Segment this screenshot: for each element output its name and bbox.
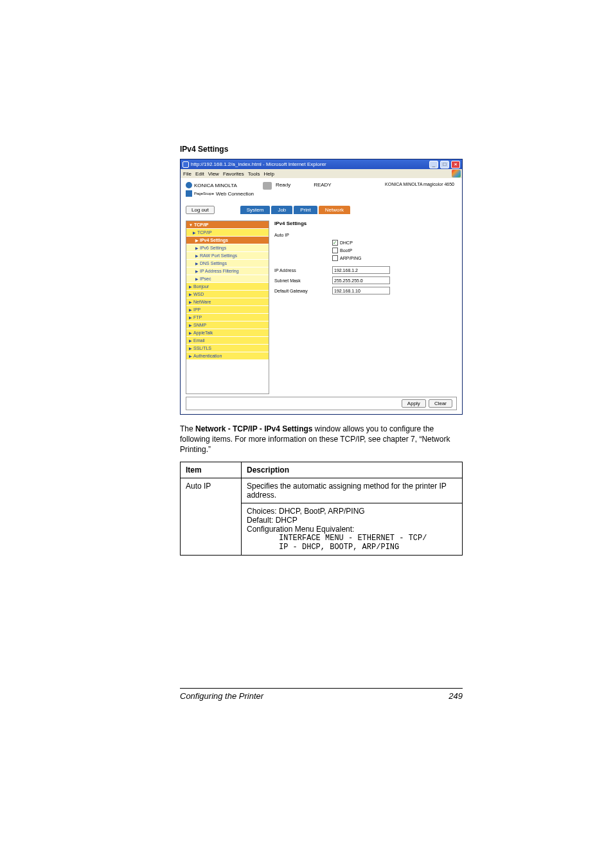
close-button[interactable]: × [451,161,460,168]
td-desc-autoip-2: Choices: DHCP, BootP, ARP/PING Default: … [242,503,463,555]
nav-authentication[interactable]: ▶Authentication [186,352,269,360]
nav-wsd[interactable]: ▶WSD [186,291,269,298]
section-heading: IPv4 Settings [180,145,463,154]
menubar: File Edit View Favorites Tools Help [181,169,462,178]
apply-button[interactable]: Apply [402,399,426,408]
maximize-button[interactable]: □ [440,161,449,168]
logout-button[interactable]: Log out [186,206,215,214]
web-connection-label: Web Connection [216,191,254,197]
window-titlebar: http://192.168.1.2/a_index.html - Micros… [181,159,462,169]
tab-print[interactable]: Print [294,206,317,214]
gateway-label: Default Gateway [274,289,332,293]
menu-edit[interactable]: Edit [195,171,204,177]
clear-button[interactable]: Clear [429,399,452,408]
nav-ipv6-settings[interactable]: ▶IPv6 Settings [186,244,269,252]
nav-bonjour[interactable]: ▶Bonjour [186,283,269,291]
menu-favorites[interactable]: Favorites [223,171,244,177]
pagescope-icon [186,190,192,197]
footer-title: Configuring the Printer [180,691,263,701]
th-description: Description [242,462,463,478]
th-item: Item [181,462,242,478]
menu-help[interactable]: Help [263,171,274,177]
brand-name: KONICA MINOLTA [194,183,237,188]
nav-snmp[interactable]: ▶SNMP [186,321,269,329]
nav-dns[interactable]: ▶DNS Settings [186,260,269,267]
nav-sidebar: ▼TCP/IP ▶TCP/IP ▶IPv4 Settings ▶IPv6 Set… [186,221,269,394]
checkbox-dhcp[interactable]: DHCP [332,240,457,246]
nav-ssltls[interactable]: ▶SSL/TLS [186,345,269,352]
subnet-input[interactable] [332,276,390,284]
nav-tcpip[interactable]: ▶TCP/IP [186,229,269,237]
tab-network[interactable]: Network [319,206,350,214]
settings-panel: IPv4 Settings Auto IP DHCP BootP ARP/PIN… [274,221,457,394]
body-paragraph: The Network - TCP/IP - IPv4 Settings win… [180,424,463,455]
nav-ipv4-settings[interactable]: ▶IPv4 Settings [186,237,269,244]
table-row: Auto IP Specifies the automatic assignin… [181,478,463,503]
ready-status: READY [314,182,332,188]
panel-title: IPv4 Settings [274,221,457,226]
nav-ftp[interactable]: ▶FTP [186,314,269,321]
pagescope-label: PageScope [194,192,214,195]
settings-table: Item Description Auto IP Specifies the a… [180,462,463,556]
footer-page-number: 249 [449,691,463,701]
nav-ipsec[interactable]: ▶IPsec [186,275,269,283]
nav-raw-port[interactable]: ▶RAW Port Settings [186,252,269,260]
button-footer: Apply Clear [186,397,457,410]
ie-icon [182,161,189,168]
checkbox-bootp[interactable]: BootP [332,248,457,253]
ipaddress-label: IP Address [274,268,332,273]
window-title: http://192.168.1.2/a_index.html - Micros… [191,161,427,167]
ready-label: Ready [276,182,290,188]
td-desc-autoip-1: Specifies the automatic assigning method… [242,478,463,503]
nav-ip-filtering[interactable]: ▶IP Address Filtering [186,267,269,275]
page-footer: Configuring the Printer 249 [180,688,463,701]
code-line-1: INTERFACE MENU - ETHERNET - TCP/ [247,534,457,543]
brand-logo-icon [186,182,192,188]
tab-job[interactable]: Job [271,206,292,214]
nav-netware[interactable]: ▶NetWare [186,298,269,306]
td-item-autoip: Auto IP [181,478,242,555]
printer-icon [263,182,272,190]
connection-header: KONICA MINOLTA PageScope Web Connection … [181,178,462,203]
menu-file[interactable]: File [183,171,191,177]
menu-tools[interactable]: Tools [248,171,260,177]
ipaddress-input[interactable] [332,266,390,274]
nav-email[interactable]: ▶Email [186,337,269,345]
gateway-input[interactable] [332,287,390,294]
nav-appletalk[interactable]: ▶AppleTalk [186,329,269,337]
nav-tcpip-header[interactable]: ▼TCP/IP [186,221,269,229]
printer-model: KONICA MINOLTA magicolor 4650 [385,182,457,186]
browser-window: http://192.168.1.2/a_index.html - Micros… [180,159,463,415]
checkbox-arpping[interactable]: ARP/PING [332,255,457,261]
table-header-row: Item Description [181,462,463,478]
subnet-label: Subnet Mask [274,278,332,283]
tab-system[interactable]: System [240,206,271,214]
code-line-2: IP - DHCP, BOOTP, ARP/PING [247,543,457,552]
autoip-label: Auto IP [274,233,332,237]
windows-flag-icon [452,170,461,177]
menu-view[interactable]: View [208,171,219,177]
minimize-button[interactable]: _ [429,161,438,168]
nav-ipp[interactable]: ▶IPP [186,306,269,314]
